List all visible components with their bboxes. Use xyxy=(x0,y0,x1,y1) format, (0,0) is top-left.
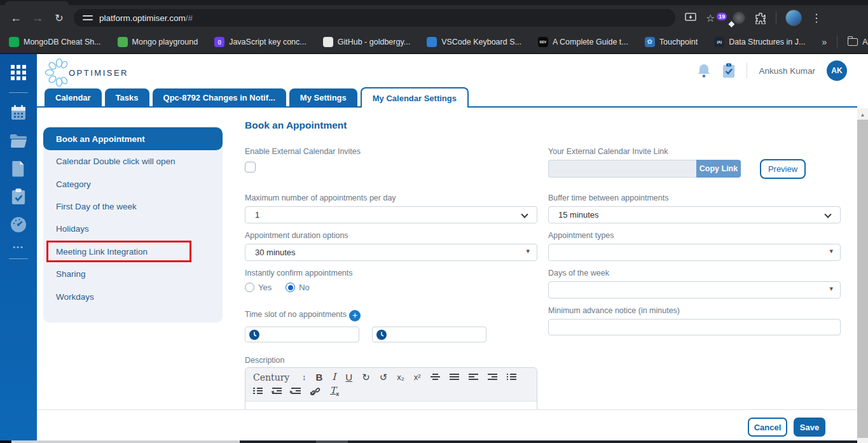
description-label: Description xyxy=(245,356,285,365)
settings-nav-item[interactable]: Book an Appointment xyxy=(43,127,223,150)
bullet-list-icon[interactable] xyxy=(507,374,516,381)
extension-ghost-icon[interactable] xyxy=(733,11,745,24)
confirm-yes-radio[interactable] xyxy=(245,283,254,292)
tasks-clipboard-icon[interactable] xyxy=(9,187,28,206)
files-folder-icon[interactable] xyxy=(9,131,28,150)
all-bookmarks-button[interactable]: All Bookmarks xyxy=(848,38,868,46)
notifications-bell-icon[interactable] xyxy=(697,63,711,78)
reload-icon[interactable]: ↻ xyxy=(48,12,70,24)
settings-nav-item[interactable]: First Day of the week xyxy=(43,195,223,218)
workspace-tab[interactable]: My Calendar Settings xyxy=(361,87,469,108)
settings-nav-item[interactable]: Holidays xyxy=(43,218,223,240)
site-info-icon[interactable] xyxy=(83,14,93,22)
duration-select[interactable]: 30 minutes▾ xyxy=(245,244,537,261)
max-appointments-select[interactable]: 1 xyxy=(245,206,537,223)
enable-invites-checkbox[interactable] xyxy=(245,162,256,172)
clock-icon[interactable] xyxy=(245,330,263,340)
preview-button[interactable]: Preview xyxy=(760,159,806,179)
invite-link-label: Your External Calendar Invite Link xyxy=(548,147,668,156)
forward-icon[interactable]: → xyxy=(27,11,48,25)
user-avatar[interactable]: AK xyxy=(827,60,847,81)
settings-nav-item[interactable]: Workdays xyxy=(43,285,223,307)
settings-nav-item[interactable]: Calendar Double click will open xyxy=(43,150,223,172)
font-size-arrows-icon[interactable]: ↕ xyxy=(302,373,307,381)
invite-link-input[interactable] xyxy=(548,160,696,178)
bookmark-item[interactable]: VSCode Keyboard S... xyxy=(427,37,521,47)
bottom-corner xyxy=(0,440,11,443)
buffer-time-select[interactable]: 15 minutes xyxy=(548,206,841,223)
rail-more-icon[interactable]: ••• xyxy=(13,243,24,251)
types-select[interactable]: ▾ xyxy=(548,244,841,261)
horizontal-scrollbar-thumb[interactable] xyxy=(11,440,240,443)
workspace-tab[interactable]: Qpc-8792 Changes in Notif... xyxy=(153,88,286,106)
scrollbar-thumb[interactable] xyxy=(857,120,868,438)
align-right-icon[interactable] xyxy=(488,374,497,381)
document-icon[interactable] xyxy=(9,159,28,178)
bookmark-item[interactable]: GitHub - goldbergy... xyxy=(323,37,410,47)
undo-icon[interactable]: ↺ xyxy=(380,372,388,382)
dashboard-gauge-icon[interactable] xyxy=(9,215,28,234)
bookmark-item[interactable]: DEV A Complete Guide t... xyxy=(538,37,628,47)
approvals-clipboard-icon[interactable] xyxy=(722,63,735,78)
italic-icon[interactable]: I xyxy=(332,372,336,382)
clear-format-icon[interactable]: Tx xyxy=(330,386,339,397)
apps-grid-icon[interactable] xyxy=(9,63,28,82)
bookmark-star-icon[interactable]: ☆ xyxy=(706,12,715,24)
settings-nav-item[interactable]: Category xyxy=(43,172,223,195)
days-select[interactable]: ▾ xyxy=(548,281,841,299)
editor-content[interactable] xyxy=(245,402,537,409)
copy-link-button[interactable]: Copy Link xyxy=(696,160,741,178)
align-center-icon[interactable] xyxy=(431,374,440,381)
workspace-tab[interactable]: My Settings xyxy=(289,88,357,106)
save-button[interactable]: Save xyxy=(794,418,825,437)
redo-icon[interactable]: ↻ xyxy=(362,372,370,382)
bookmark-favicon xyxy=(118,37,128,47)
workspace-tab[interactable]: Tasks xyxy=(105,88,149,106)
underline-icon[interactable]: U xyxy=(345,372,352,382)
optimiser-logo[interactable]: OPTIMISER xyxy=(45,58,128,87)
subscript-icon[interactable]: x₂ xyxy=(397,373,404,381)
bookmark-item[interactable]: ✿ Touchpoint xyxy=(645,37,698,47)
numbered-list-icon[interactable] xyxy=(253,388,263,395)
settings-nav-item[interactable]: Sharing xyxy=(43,263,223,285)
cancel-button[interactable]: Cancel xyxy=(748,418,787,437)
timeslot-label: Time slot of no appointments xyxy=(245,310,347,319)
add-timeslot-button[interactable]: + xyxy=(349,310,361,321)
align-left-icon[interactable] xyxy=(469,374,478,381)
install-app-icon[interactable] xyxy=(684,11,697,24)
settings-nav-item[interactable]: Meeting Link Integration xyxy=(43,241,223,263)
bookmark-favicon: {} xyxy=(214,37,224,47)
extensions-puzzle-icon[interactable] xyxy=(754,11,767,24)
outdent-icon[interactable] xyxy=(272,388,282,395)
calendar-icon[interactable] xyxy=(9,103,28,122)
indent-icon[interactable] xyxy=(291,388,301,395)
scrollbar-up-arrow-icon[interactable]: ▲ xyxy=(857,108,868,118)
font-name-dropdown[interactable]: Century xyxy=(253,373,293,382)
bookmark-item[interactable]: Mongo playground xyxy=(118,37,198,47)
timeslot-start-input[interactable] xyxy=(263,327,352,342)
bookmark-favicon xyxy=(427,37,437,47)
confirm-no-radio[interactable] xyxy=(286,283,295,292)
back-icon[interactable]: ← xyxy=(5,11,27,25)
footer-bar: Cancel Save xyxy=(37,409,857,440)
bookmark-favicon xyxy=(323,37,333,47)
bookmark-item[interactable]: (A) Data Structures in J... xyxy=(714,37,805,47)
bold-icon[interactable]: B xyxy=(316,372,323,382)
link-icon[interactable] xyxy=(310,386,320,397)
timeslot-end-input[interactable] xyxy=(390,327,479,342)
browser-profile-avatar[interactable] xyxy=(785,10,802,26)
align-justify-icon[interactable] xyxy=(450,374,459,381)
vertical-scrollbar[interactable]: ▲ xyxy=(857,108,868,443)
superscript-icon[interactable]: x² xyxy=(414,373,421,381)
bookmarks-overflow-icon[interactable]: » xyxy=(822,37,827,47)
bookmark-item[interactable]: MongoDB Cheat Sh... xyxy=(9,37,101,47)
workspace-tab[interactable]: Calendar xyxy=(45,88,102,106)
bookmark-item[interactable]: {} JavaScript key conc... xyxy=(214,37,307,47)
browser-menu-icon[interactable]: ⋮ xyxy=(811,11,822,25)
clock-icon[interactable] xyxy=(373,330,390,340)
browser-toolbar: ← → ↻ platform.optimiser.com/# ☆ 19 ⋮ xyxy=(0,5,868,31)
min-notice-input[interactable] xyxy=(548,319,841,335)
confirm-radio-group: Yes No xyxy=(245,283,310,292)
invite-link-group: Copy Link xyxy=(548,160,741,178)
address-bar[interactable]: platform.optimiser.com/# xyxy=(74,9,675,27)
